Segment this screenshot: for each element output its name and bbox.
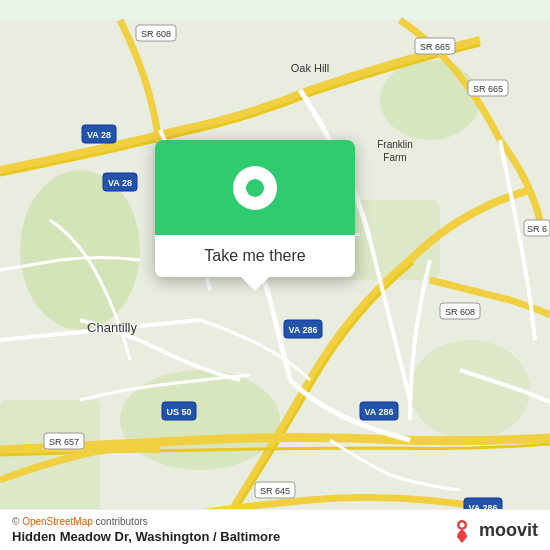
svg-text:SR 657: SR 657 xyxy=(49,437,79,447)
svg-text:SR 665: SR 665 xyxy=(473,84,503,94)
osm-attribution: © OpenStreetMap contributors xyxy=(12,516,280,527)
svg-point-4 xyxy=(120,370,280,470)
svg-point-38 xyxy=(459,523,464,528)
svg-text:Franklin: Franklin xyxy=(377,139,413,150)
moovit-logo: moovit xyxy=(449,517,538,543)
osm-link[interactable]: OpenStreetMap xyxy=(22,516,93,527)
popup-green-header xyxy=(155,140,355,235)
map-container: SR 608 SR 665 SR 665 VA 28 VA 28 Oak Hil… xyxy=(0,0,550,550)
svg-text:SR 608: SR 608 xyxy=(445,307,475,317)
svg-text:SR 645: SR 645 xyxy=(260,486,290,496)
svg-text:VA 286: VA 286 xyxy=(288,325,317,335)
footer-left: © OpenStreetMap contributors Hidden Mead… xyxy=(12,516,280,544)
svg-text:VA 28: VA 28 xyxy=(108,178,132,188)
moovit-text: moovit xyxy=(479,520,538,541)
svg-text:SR 6: SR 6 xyxy=(527,224,547,234)
svg-text:VA 286: VA 286 xyxy=(364,407,393,417)
svg-text:SR 608: SR 608 xyxy=(141,29,171,39)
footer-address: Hidden Meadow Dr, Washington / Baltimore xyxy=(12,529,280,544)
svg-text:US 50: US 50 xyxy=(166,407,191,417)
popup-card: Take me there xyxy=(155,140,355,277)
location-pin xyxy=(233,166,277,210)
svg-text:Farm: Farm xyxy=(383,152,406,163)
svg-text:SR 665: SR 665 xyxy=(420,42,450,52)
svg-point-2 xyxy=(380,60,480,140)
svg-text:Oak Hill: Oak Hill xyxy=(291,62,330,74)
moovit-icon xyxy=(449,517,475,543)
pin-dot xyxy=(246,179,264,197)
footer: © OpenStreetMap contributors Hidden Mead… xyxy=(0,509,550,550)
take-me-there-button[interactable]: Take me there xyxy=(155,235,355,277)
svg-point-5 xyxy=(410,340,530,440)
svg-text:VA 28: VA 28 xyxy=(87,130,111,140)
svg-text:Chantilly: Chantilly xyxy=(87,320,137,335)
svg-rect-3 xyxy=(340,200,440,280)
